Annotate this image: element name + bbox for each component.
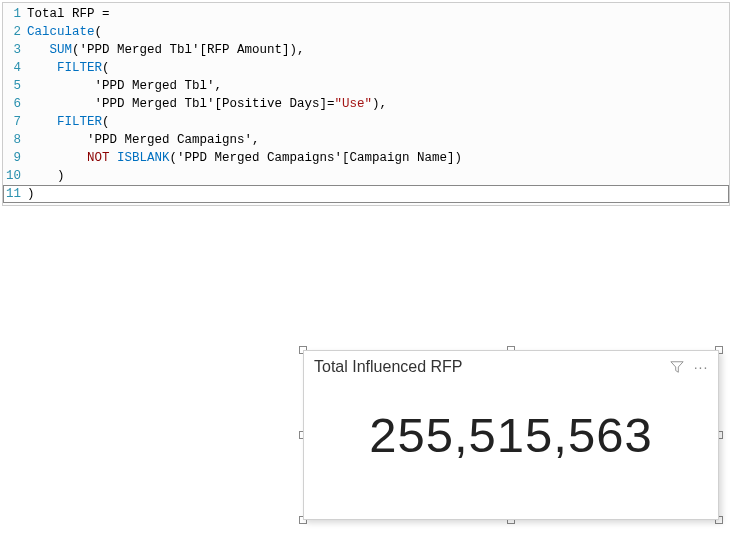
filter-icon[interactable] [670,360,684,374]
code-line[interactable]: 3 SUM('PPD Merged Tbl'[RFP Amount]), [3,41,729,59]
line-number: 10 [3,167,27,185]
code-content[interactable]: 'PPD Merged Campaigns', [27,131,260,149]
card-title: Total Influenced RFP [314,358,463,376]
card-visual[interactable]: Total Influenced RFP ··· 255,515,563 [303,350,719,520]
code-content[interactable]: Total RFP = [27,5,117,23]
code-line[interactable]: 7 FILTER( [3,113,729,131]
line-number: 3 [3,41,27,59]
code-line[interactable]: 2Calculate( [3,23,729,41]
code-content[interactable]: FILTER( [27,59,110,77]
svg-marker-0 [671,362,683,373]
code-content[interactable]: ) [27,185,35,203]
code-line[interactable]: 6 'PPD Merged Tbl'[Positive Days]="Use")… [3,95,729,113]
line-number: 9 [3,149,27,167]
line-number: 4 [3,59,27,77]
code-line[interactable]: 4 FILTER( [3,59,729,77]
line-number: 8 [3,131,27,149]
card-body[interactable]: Total Influenced RFP ··· 255,515,563 [303,350,719,520]
code-content[interactable]: SUM('PPD Merged Tbl'[RFP Amount]), [27,41,305,59]
line-number: 2 [3,23,27,41]
line-number: 7 [3,113,27,131]
line-number: 11 [3,185,27,203]
card-actions: ··· [670,360,708,374]
formula-bar[interactable]: 1Total RFP = 2Calculate(3 SUM('PPD Merge… [2,2,730,206]
code-content[interactable]: NOT ISBLANK('PPD Merged Campaigns'[Campa… [27,149,462,167]
code-content[interactable]: 'PPD Merged Tbl'[Positive Days]="Use"), [27,95,387,113]
code-content[interactable]: ) [27,167,65,185]
code-content[interactable]: 'PPD Merged Tbl', [27,77,222,95]
line-number: 6 [3,95,27,113]
code-line[interactable]: 10 ) [3,167,729,185]
code-content[interactable]: Calculate( [27,23,102,41]
code-line[interactable]: 5 'PPD Merged Tbl', [3,77,729,95]
code-line[interactable]: 8 'PPD Merged Campaigns', [3,131,729,149]
code-line[interactable]: 11) [3,185,729,203]
card-value: 255,515,563 [314,407,708,463]
line-number: 5 [3,77,27,95]
code-content[interactable]: FILTER( [27,113,110,131]
code-line[interactable]: 9 NOT ISBLANK('PPD Merged Campaigns'[Cam… [3,149,729,167]
card-header: Total Influenced RFP ··· [314,355,708,379]
line-number: 1 [3,5,27,23]
code-line[interactable]: 1Total RFP = [3,5,729,23]
more-options-icon[interactable]: ··· [694,360,708,374]
